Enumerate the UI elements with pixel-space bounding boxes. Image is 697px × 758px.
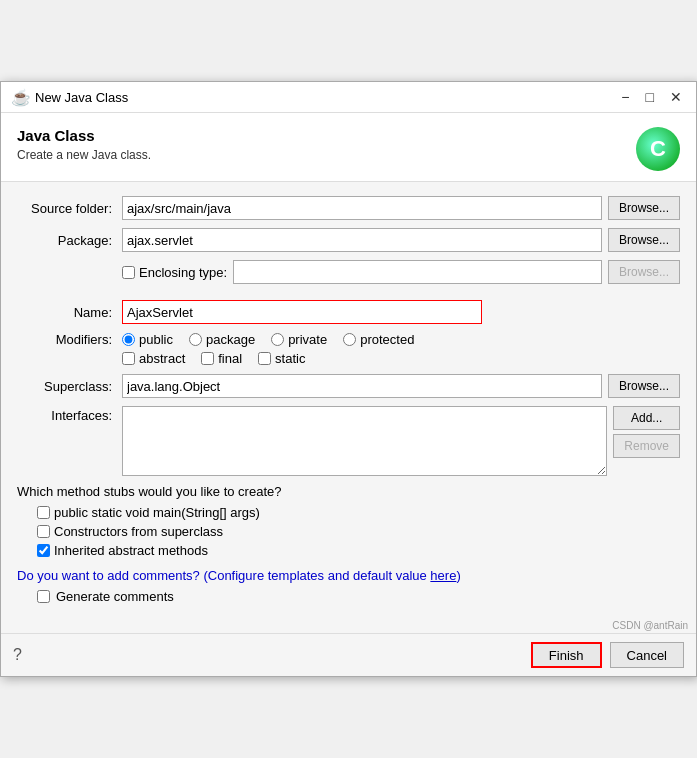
- dialog-subtitle: Create a new Java class.: [17, 148, 151, 162]
- modifier-private-label: private: [288, 332, 327, 347]
- superclass-label: Superclass:: [17, 379, 122, 394]
- dialog-header-text: Java Class Create a new Java class.: [17, 127, 151, 162]
- modifier-final-checkbox[interactable]: [201, 352, 214, 365]
- dialog-footer: ? Finish Cancel: [1, 633, 696, 676]
- modifier-protected: protected: [343, 332, 414, 347]
- generate-comments-label: Generate comments: [56, 589, 174, 604]
- comments-checkbox-row: Generate comments: [37, 589, 680, 604]
- name-input[interactable]: [122, 300, 482, 324]
- modifier-public-label: public: [139, 332, 173, 347]
- modifier-protected-radio[interactable]: [343, 333, 356, 346]
- modifier-package-radio[interactable]: [189, 333, 202, 346]
- maximize-button[interactable]: □: [642, 89, 658, 105]
- inherited-abstract-checkbox[interactable]: [37, 544, 50, 557]
- name-label: Name:: [17, 305, 122, 320]
- interfaces-row: Interfaces: Add... Remove: [17, 406, 680, 476]
- method-stubs-main: public static void main(String[] args): [37, 505, 680, 520]
- source-folder-row: Source folder: Browse...: [17, 196, 680, 220]
- modifier-package: package: [189, 332, 255, 347]
- superclass-row: Superclass: Browse...: [17, 374, 680, 398]
- source-folder-label: Source folder:: [17, 201, 122, 216]
- method-stubs-inherited: Inherited abstract methods: [37, 543, 680, 558]
- remove-interface-button[interactable]: Remove: [613, 434, 680, 458]
- superclass-input[interactable]: [122, 374, 602, 398]
- enclosing-type-checkbox-label: Enclosing type:: [139, 265, 227, 280]
- modifier-private-radio[interactable]: [271, 333, 284, 346]
- java-class-icon: ☕: [11, 88, 29, 106]
- source-folder-input[interactable]: [122, 196, 602, 220]
- enclosing-type-input[interactable]: [233, 260, 602, 284]
- name-row: Name:: [17, 300, 680, 324]
- comments-question-text: Do you want to add comments? (Configure …: [17, 568, 430, 583]
- finish-button[interactable]: Finish: [531, 642, 602, 668]
- close-button[interactable]: ✕: [666, 89, 686, 105]
- watermark: CSDN @antRain: [1, 618, 696, 633]
- package-row: Package: Browse...: [17, 228, 680, 252]
- enclosing-type-browse-button[interactable]: Browse...: [608, 260, 680, 284]
- modifier-final: final: [201, 351, 242, 366]
- superclass-browse-button[interactable]: Browse...: [608, 374, 680, 398]
- enclosing-type-row: Enclosing type: Browse...: [17, 260, 680, 284]
- modifiers-radio-group: public package private protected: [122, 332, 414, 347]
- interfaces-buttons: Add... Remove: [613, 406, 680, 458]
- method-stubs-title: Which method stubs would you like to cre…: [17, 484, 680, 499]
- comments-section: Do you want to add comments? (Configure …: [17, 568, 680, 604]
- modifiers-checkbox-group: abstract final static: [122, 351, 414, 366]
- main-method-label: public static void main(String[] args): [54, 505, 260, 520]
- comments-here-link[interactable]: here: [430, 568, 456, 583]
- modifiers-options: public package private protected: [122, 332, 414, 366]
- package-label: Package:: [17, 233, 122, 248]
- help-icon[interactable]: ?: [13, 646, 22, 664]
- modifiers-row: Modifiers: public package private: [17, 332, 680, 366]
- dialog-window: ☕ New Java Class − □ ✕ Java Class Create…: [0, 81, 697, 677]
- modifier-static-checkbox[interactable]: [258, 352, 271, 365]
- title-bar: ☕ New Java Class − □ ✕: [1, 82, 696, 113]
- modifier-public: public: [122, 332, 173, 347]
- modifier-final-label: final: [218, 351, 242, 366]
- main-method-checkbox[interactable]: [37, 506, 50, 519]
- modifier-private: private: [271, 332, 327, 347]
- dialog-header: Java Class Create a new Java class. C: [1, 113, 696, 182]
- generate-comments-checkbox[interactable]: [37, 590, 50, 603]
- title-bar-left: ☕ New Java Class: [11, 88, 128, 106]
- interfaces-textarea[interactable]: [122, 406, 607, 476]
- modifiers-label: Modifiers:: [17, 332, 122, 347]
- add-interface-button[interactable]: Add...: [613, 406, 680, 430]
- dialog-main-title: Java Class: [17, 127, 151, 144]
- package-input[interactable]: [122, 228, 602, 252]
- modifier-package-label: package: [206, 332, 255, 347]
- method-stubs-constructors: Constructors from superclass: [37, 524, 680, 539]
- modifier-abstract-label: abstract: [139, 351, 185, 366]
- method-stubs-options: public static void main(String[] args) C…: [37, 505, 680, 558]
- comments-question: Do you want to add comments? (Configure …: [17, 568, 680, 583]
- interfaces-label: Interfaces:: [17, 406, 122, 423]
- constructors-label: Constructors from superclass: [54, 524, 223, 539]
- modifier-static: static: [258, 351, 305, 366]
- cancel-button[interactable]: Cancel: [610, 642, 684, 668]
- source-folder-browse-button[interactable]: Browse...: [608, 196, 680, 220]
- modifier-abstract: abstract: [122, 351, 185, 366]
- package-browse-button[interactable]: Browse...: [608, 228, 680, 252]
- footer-buttons: Finish Cancel: [531, 642, 684, 668]
- modifier-protected-label: protected: [360, 332, 414, 347]
- title-controls: − □ ✕: [617, 89, 686, 105]
- comments-question-end: ): [456, 568, 460, 583]
- eclipse-logo-icon: C: [636, 127, 680, 171]
- enclosing-type-checkbox[interactable]: [122, 266, 135, 279]
- dialog-body: Source folder: Browse... Package: Browse…: [1, 182, 696, 618]
- inherited-abstract-label: Inherited abstract methods: [54, 543, 208, 558]
- modifier-static-label: static: [275, 351, 305, 366]
- modifier-public-radio[interactable]: [122, 333, 135, 346]
- minimize-button[interactable]: −: [617, 89, 633, 105]
- modifier-abstract-checkbox[interactable]: [122, 352, 135, 365]
- dialog-title: New Java Class: [35, 90, 128, 105]
- constructors-checkbox[interactable]: [37, 525, 50, 538]
